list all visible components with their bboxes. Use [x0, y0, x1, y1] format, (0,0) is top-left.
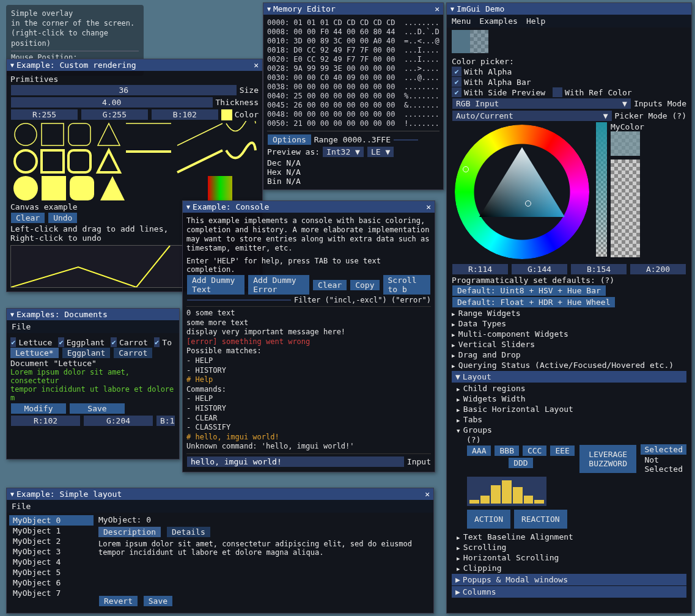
checkbox[interactable]: ✔: [452, 67, 461, 76]
list-item[interactable]: MyObject 3: [9, 546, 94, 557]
group-button[interactable]: BBB: [495, 446, 518, 456]
g-slider[interactable]: G:144: [512, 264, 567, 274]
checkbox[interactable]: ✔: [452, 87, 461, 97]
console-input[interactable]: hello, imgui world!: [187, 457, 404, 467]
checkbox[interactable]: ✔: [111, 337, 116, 347]
close-icon[interactable]: ✕: [254, 61, 259, 70]
size-slider[interactable]: 36: [11, 85, 237, 95]
tree-node[interactable]: Text Baseline Alignment: [457, 532, 686, 542]
close-icon[interactable]: ✕: [425, 490, 430, 499]
tree-groups[interactable]: Groups: [452, 425, 686, 435]
window-imgui-demo[interactable]: ▼ ImGui Demo MenuExamplesHelp Color pick…: [446, 2, 692, 614]
add-dummy-text-button[interactable]: Add Dummy Text: [187, 275, 245, 295]
titlebar[interactable]: ▼ Example: Simple layout ✕: [7, 488, 433, 500]
tree-node[interactable]: Vertical Sliders: [452, 339, 686, 350]
file-menu[interactable]: File: [12, 502, 31, 511]
filter-input[interactable]: [187, 299, 291, 301]
sv-handle[interactable]: [525, 200, 531, 207]
add-dummy-error-button[interactable]: Add Dummy Error: [248, 275, 309, 295]
tab-description[interactable]: Description: [98, 527, 161, 537]
leverage-button[interactable]: LEVERAGE BUZZWORD: [579, 445, 636, 473]
alpha-bar[interactable]: [596, 122, 607, 257]
console-log[interactable]: 0 some textsome more textdisplay very im…: [186, 309, 431, 452]
doc-tab[interactable]: Lettuce*: [10, 348, 59, 358]
menu-item[interactable]: Menu: [452, 16, 471, 26]
endian-combo[interactable]: LE ▼: [367, 147, 394, 157]
list-item[interactable]: MyObject 2: [9, 536, 94, 546]
copy-button[interactable]: Copy: [350, 280, 379, 290]
list-item[interactable]: MyObject 4: [9, 557, 94, 567]
list-item[interactable]: MyObject 7: [9, 588, 94, 598]
tree-node[interactable]: Scrolling: [457, 542, 686, 552]
window-documents[interactable]: ▼ Examples: Documents File ✔Lettuce✔Eggp…: [6, 308, 180, 460]
selectable-selected[interactable]: Selected: [641, 444, 686, 455]
menu-item[interactable]: Examples: [479, 16, 518, 26]
r-slider[interactable]: R:114: [452, 264, 508, 274]
default1-button[interactable]: Default: Uint8 + HSV + Hue Bar: [452, 285, 606, 296]
color-b[interactable]: B:102: [152, 109, 218, 120]
clear-button[interactable]: Clear: [11, 213, 45, 223]
modify-button[interactable]: Modify: [11, 403, 66, 414]
color-g[interactable]: G:255: [81, 109, 148, 120]
undo-button[interactable]: Undo: [48, 213, 77, 223]
inputs-mode-combo[interactable]: RGB Input▼: [452, 98, 631, 109]
columns-header[interactable]: ▶Columns: [452, 586, 686, 598]
default2-button[interactable]: Default: Float + HDR + Hue Wheel: [452, 297, 615, 307]
color-r[interactable]: R:255: [11, 109, 78, 120]
reaction-button[interactable]: REACTION: [514, 510, 567, 529]
file-menu[interactable]: File: [12, 322, 31, 331]
tree-node[interactable]: Multi-component Widgets: [452, 329, 686, 339]
picker-mode-combo[interactable]: Auto/Current▼: [452, 111, 612, 121]
tree-node[interactable]: Clipping: [457, 563, 686, 573]
list-item[interactable]: MyObject 6: [9, 578, 94, 588]
menubar[interactable]: MenuExamplesHelp: [447, 15, 691, 28]
group-button[interactable]: AAA: [467, 446, 491, 456]
doc-tab[interactable]: Carrot: [114, 348, 152, 358]
checkbox[interactable]: ✔: [10, 337, 16, 347]
titlebar[interactable]: ▼ Example: Console ✕: [183, 201, 435, 213]
tree-node[interactable]: Tabs: [457, 414, 686, 425]
selectable-not-selected[interactable]: Not Selected: [641, 455, 686, 474]
color-b[interactable]: B:1: [156, 416, 175, 426]
b-slider[interactable]: B:154: [571, 264, 627, 274]
save-button[interactable]: Save: [144, 596, 172, 606]
action-button[interactable]: ACTION: [467, 510, 510, 529]
color-r[interactable]: R:102: [11, 416, 80, 426]
doc-tab[interactable]: Eggplant: [62, 348, 111, 358]
checkbox[interactable]: ✔: [58, 337, 64, 347]
window-memory-editor[interactable]: ▼ Memory Editor ✕ 0000: 01 01 01 CD CD C…: [263, 2, 444, 190]
tree-node[interactable]: Child regions: [457, 383, 686, 394]
checkbox[interactable]: [553, 87, 562, 97]
collapse-icon[interactable]: ▼: [10, 62, 14, 68]
object-list[interactable]: MyObject 0MyObject 1MyObject 2MyObject 3…: [7, 513, 96, 609]
help-marker[interactable]: (?): [466, 435, 686, 444]
tree-node[interactable]: Widgets Width: [457, 394, 686, 404]
window-console[interactable]: ▼ Example: Console ✕ This example implem…: [182, 200, 435, 472]
ddd-button[interactable]: DDD: [509, 458, 532, 468]
window-simple-layout[interactable]: ▼ Example: Simple layout ✕ File MyObject…: [6, 488, 434, 614]
collapse-icon[interactable]: ▼: [267, 6, 271, 12]
collapse-icon[interactable]: ▼: [10, 491, 14, 497]
titlebar[interactable]: ▼ Example: Custom rendering ✕: [7, 59, 262, 71]
scroll-bottom-button[interactable]: Scroll to b: [383, 275, 430, 295]
close-icon[interactable]: ✕: [435, 4, 439, 13]
collapse-icon[interactable]: ▼: [450, 6, 454, 12]
group-button[interactable]: EEE: [550, 446, 574, 456]
tree-node[interactable]: Range Widgets: [452, 308, 686, 318]
tree-node[interactable]: Data Types: [452, 318, 686, 329]
tab-details[interactable]: Details: [167, 527, 210, 537]
collapse-icon[interactable]: ▼: [186, 204, 190, 210]
titlebar[interactable]: ▼ Examples: Documents: [7, 309, 179, 320]
hue-handle[interactable]: [463, 166, 469, 172]
clear-button[interactable]: Clear: [313, 280, 347, 290]
titlebar[interactable]: ▼ Memory Editor ✕: [263, 3, 443, 15]
collapse-icon[interactable]: ▼: [10, 311, 14, 318]
tree-node[interactable]: Querying Status (Active/Focused/Hovered …: [452, 360, 686, 370]
menu-item[interactable]: Help: [526, 16, 545, 26]
a-slider[interactable]: A:200: [630, 264, 686, 274]
checkbox[interactable]: ✔: [154, 337, 160, 347]
color-wheel[interactable]: [452, 122, 592, 263]
mycolor-swatch[interactable]: [611, 131, 640, 156]
group-button[interactable]: CCC: [523, 446, 546, 456]
hex-view[interactable]: 0000: 01 01 01 CD CD CD CD CD ........ 0…: [267, 18, 439, 128]
